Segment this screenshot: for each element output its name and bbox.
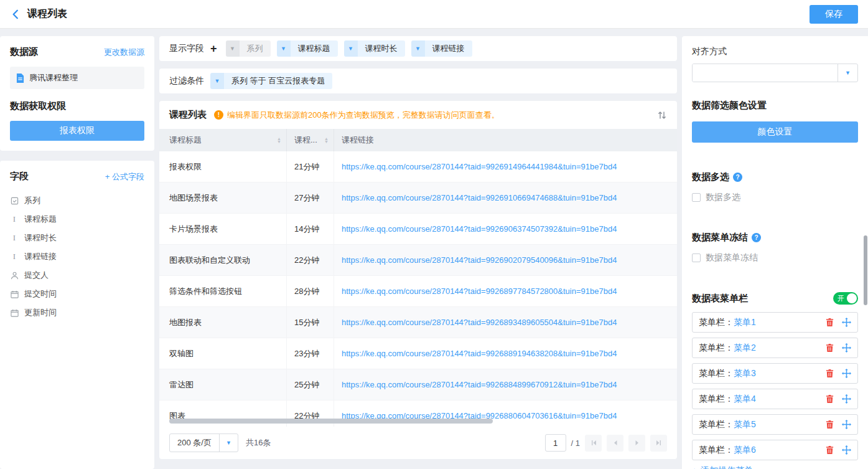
display-field-chip-series[interactable]: ▼ 系列 [226,40,271,57]
help-icon[interactable]: ? [752,233,761,242]
table-body: 报表权限 21分钟 https://ke.qq.com/course/28701… [159,151,677,427]
field-list: 系列 I 课程标题 I 课程时长 I 课程链接 提交人 [10,191,144,322]
multi-select-checkbox[interactable]: 数据多选 [692,192,858,203]
course-link[interactable]: https://ke.qq.com/course/2870144?taid=99… [342,380,617,389]
page-scrollbar[interactable] [864,235,867,305]
chevron-down-icon[interactable]: ▼ [411,40,425,57]
delete-menu-icon[interactable] [825,318,834,327]
menu-list: 菜单栏：菜单1 菜单栏：菜单2 菜单栏：菜单3 [692,312,858,460]
preview-notice: ! 编辑界面只取数据源前200条作为查询数据预览，完整数据请访问页面查看。 [214,110,500,121]
delete-menu-icon[interactable] [825,369,834,378]
move-menu-icon[interactable] [842,343,851,353]
field-item-submit-time[interactable]: 提交时间 [10,285,144,303]
select-field-icon [10,197,19,205]
move-menu-icon[interactable] [842,420,851,429]
sort-icon[interactable]: ▲▼ [324,137,329,143]
datasource-item[interactable]: 腾讯课程整理 [10,67,144,89]
display-field-chip-course-duration[interactable]: ▼ 课程时长 [344,40,405,57]
delete-menu-icon[interactable] [825,445,834,455]
pagination: / 1 [545,434,667,452]
course-link[interactable]: https://ke.qq.com/course/2870144?taid=99… [342,349,617,358]
page-size-select[interactable]: 200 条/页 ▼ [169,433,238,452]
horizontal-scrollbar[interactable] [169,419,493,424]
delete-menu-icon[interactable] [825,394,834,404]
chevron-down-icon[interactable]: ▼ [210,73,224,89]
column-header-course-duration[interactable]: 课程... ▲▼ [287,129,334,151]
align-select-input[interactable] [693,64,838,82]
field-item-update-time[interactable]: 更新时间 [10,303,144,322]
align-select[interactable]: ▼ [692,64,858,82]
field-item-course-duration[interactable]: I 课程时长 [10,229,144,247]
menu-row[interactable]: 菜单栏：菜单3 [692,363,858,384]
chevron-left-icon [10,9,21,20]
delete-menu-icon[interactable] [825,343,834,353]
fields-title: 字段 [10,171,29,182]
page-input[interactable] [545,434,566,452]
menu-row[interactable]: 菜单栏：菜单4 [692,389,858,409]
field-item-series[interactable]: 系列 [10,191,144,210]
table-row: 卡片场景报表 14分钟 https://ke.qq.com/course/287… [159,214,677,245]
course-link[interactable]: https://ke.qq.com/course/2870144?taid=99… [342,318,617,327]
move-menu-icon[interactable] [842,394,851,404]
course-link[interactable]: https://ke.qq.com/course/2870144?taid=99… [342,224,617,234]
field-item-course-link[interactable]: I 课程链接 [10,247,144,266]
add-formula-field-link[interactable]: + 公式字段 [105,171,144,182]
color-settings-button[interactable]: 颜色设置 [692,121,858,143]
menu-bar-toggle[interactable]: 开 [833,292,858,305]
menu-row[interactable]: 菜单栏：菜单6 [692,440,858,460]
chevron-down-icon[interactable]: ▼ [226,40,240,57]
table-row: 报表权限 21分钟 https://ke.qq.com/course/28701… [159,151,677,182]
first-page-button[interactable] [585,435,602,452]
course-link[interactable]: https://ke.qq.com/course/2870144?taid=99… [342,255,617,265]
table-row: 图表联动和自定义联动 22分钟 https://ke.qq.com/course… [159,245,677,276]
table-row: 筛选条件和筛选按钮 28分钟 https://ke.qq.com/course/… [159,276,677,307]
move-menu-icon[interactable] [842,369,851,378]
display-field-chip-course-link[interactable]: ▼ 课程链接 [411,40,472,57]
checkbox-box[interactable] [692,193,701,202]
next-page-button[interactable] [628,435,645,452]
add-display-field-button[interactable]: + [210,43,217,54]
course-link[interactable]: https://ke.qq.com/course/2870144?taid=99… [342,193,617,202]
checkbox-box[interactable] [692,253,701,262]
menu-freeze-checkbox[interactable]: 数据菜单冻结 [692,252,858,263]
permission-title: 数据获取权限 [10,100,144,112]
change-datasource-link[interactable]: 更改数据源 [104,47,144,58]
person-field-icon [10,272,19,280]
move-menu-icon[interactable] [842,445,851,455]
menu-row[interactable]: 菜单栏：菜单5 [692,414,858,435]
help-icon[interactable]: ? [733,173,742,182]
menu-bar-title: 数据表菜单栏 [692,293,748,305]
top-bar: 课程列表 保存 [0,0,868,29]
course-link[interactable]: https://ke.qq.com/course/2870144?taid=99… [342,162,617,171]
chevron-down-icon[interactable]: ▼ [344,40,358,57]
sort-icon[interactable]: ▲▼ [277,137,281,143]
last-page-button[interactable] [650,435,667,452]
prev-page-button[interactable] [607,435,623,452]
column-header-course-title[interactable]: 课程标题 ▲▼ [159,129,287,151]
delete-menu-icon[interactable] [825,420,834,429]
plus-icon: + [105,172,110,181]
back-button[interactable] [10,9,21,20]
chevron-down-icon[interactable]: ▼ [277,40,291,57]
move-menu-icon[interactable] [842,318,851,327]
course-link[interactable]: https://ke.qq.com/course/2870144?taid=99… [342,287,617,296]
sort-tool-icon[interactable] [657,110,667,120]
report-permission-button[interactable]: 报表权限 [10,121,144,141]
add-action-menu-link[interactable]: + 添加操作菜单 [692,465,858,469]
menu-row[interactable]: 菜单栏：菜单1 [692,312,858,333]
save-button[interactable]: 保存 [810,5,858,24]
menu-row[interactable]: 菜单栏：菜单2 [692,338,858,358]
plus-icon: + [692,466,697,469]
field-item-submitter[interactable]: 提交人 [10,266,144,285]
text-field-icon: I [10,214,19,224]
filter-chip[interactable]: ▼ 系列 等于 百宝云报表专题 [210,73,332,89]
datasource-panel: 数据源 更改数据源 腾讯课程整理 数据获取权限 报表权限 [0,36,154,151]
table-row: 双轴图 23分钟 https://ke.qq.com/course/287014… [159,338,677,369]
display-field-chip-course-title[interactable]: ▼ 课程标题 [277,40,338,57]
table-row: 地图报表 15分钟 https://ke.qq.com/course/28701… [159,307,677,338]
chevron-down-icon[interactable]: ▼ [219,434,238,452]
chevron-down-icon[interactable]: ▼ [838,64,857,82]
field-item-course-title[interactable]: I 课程标题 [10,210,144,229]
left-sidebar: 数据源 更改数据源 腾讯课程整理 数据获取权限 报表权限 字段 + 公式字段 系… [0,36,154,469]
total-count: 共16条 [246,437,271,448]
